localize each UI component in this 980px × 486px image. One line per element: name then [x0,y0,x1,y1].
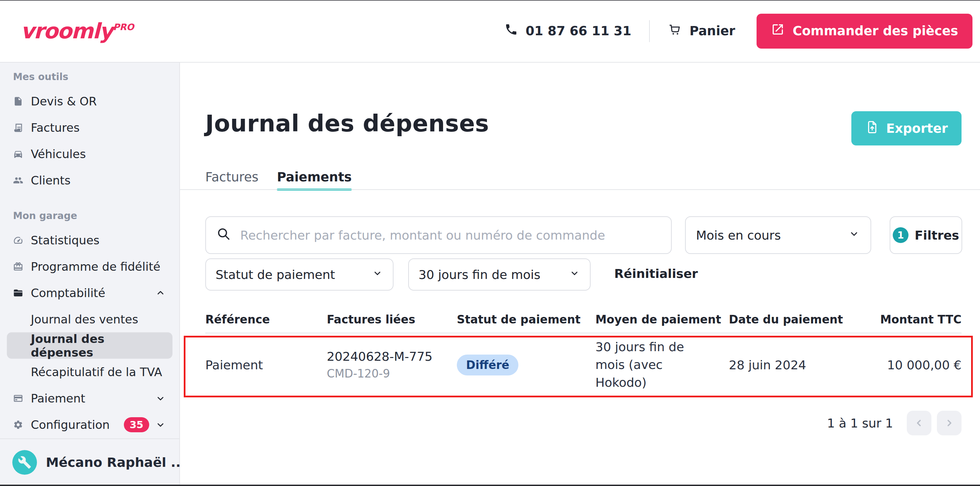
chevron-down-icon [848,228,860,243]
chevron-down-icon [155,419,166,430]
tab-factures[interactable]: Factures [205,169,258,189]
period-select[interactable]: Mois en cours [685,216,871,254]
cart-icon [668,22,682,40]
pagination-summary: 1 à 1 sur 1 [827,416,893,430]
payment-method-select[interactable]: 30 jours fin de mois [408,258,590,291]
table-row[interactable]: Paiement 20240628-M-775 CMD-120-9 Différ… [205,334,961,396]
search-icon [216,226,231,244]
sidebar-item-label: Comptabilité [31,286,105,300]
sidebar-item-label: Véhicules [31,147,86,161]
sidebar-user[interactable]: Mécano Raphaël ... [0,438,179,485]
sidebar: Mes outils Devis & OR Factures Véhicules… [0,63,180,485]
cell-date: 28 juin 2024 [729,358,859,372]
reset-filters-link[interactable]: Réinitialiser [614,267,698,280]
previous-page-button[interactable] [907,411,931,435]
cell-moyen: 30 jours fin de mois (avec Hokodo) [595,338,729,392]
order-parts-label: Commander des pièces [793,24,958,38]
wrench-icon [18,456,32,469]
sidebar-item-journal-des-depenses[interactable]: Journal des dépenses [7,332,172,359]
sidebar-item-label: Configuration [31,418,110,432]
payment-status-value: Statut de paiement [216,268,335,282]
sidebar-item-factures[interactable]: Factures [7,114,172,141]
tabs: Factures Paiements [205,169,352,189]
pagination: 1 à 1 sur 1 [827,411,961,435]
cell-statut: Différé [457,355,595,376]
status-badge: Différé [457,355,519,376]
invoice-reference[interactable]: 20240628-M-775 [327,349,457,363]
phone-contact[interactable]: 01 87 66 11 31 [504,22,631,39]
next-page-button[interactable] [937,411,961,435]
order-parts-button[interactable]: Commander des pièces [757,14,973,49]
gear-icon [13,420,23,430]
sidebar-item-label: Factures [31,121,80,134]
sidebar-item-clients[interactable]: Clients [7,167,172,193]
export-file-icon [865,120,880,137]
tab-paiements[interactable]: Paiements [277,169,352,189]
chevron-up-icon [155,287,166,299]
sidebar-item-label: Statistiques [31,233,100,247]
sidebar-item-label: Journal des dépenses [31,332,166,359]
page-title: Journal des dépenses [205,110,489,137]
user-name: Mécano Raphaël ... [46,455,185,470]
clients-icon [13,175,23,185]
sidebar-item-label: Journal des ventes [31,312,138,326]
sidebar-item-paiement[interactable]: Paiement [7,385,172,411]
window-bottom-edge [0,484,980,486]
sidebar-item-label: Devis & OR [31,94,97,108]
column-header-statut: Statut de paiement [457,313,595,326]
cart-button[interactable]: Panier [668,22,735,40]
vroomly-logo[interactable]: vroomlyPRO [21,19,134,43]
tabs-divider [180,189,980,190]
table-header: Référence Factures liées Statut de paiem… [205,306,961,333]
sidebar-item-comptabilite[interactable]: Comptabilité [7,280,172,306]
chevron-left-icon [913,417,925,429]
sidebar-item-label: Récapitulatif de la TVA [31,365,162,379]
sidebar-item-journal-des-ventes[interactable]: Journal des ventes [7,306,172,332]
gift-icon [13,261,23,272]
period-value: Mois en cours [696,228,781,242]
topbar-divider [649,20,650,42]
filters-label: Filtres [915,228,959,242]
filters-button[interactable]: 1 Filtres [890,216,962,254]
chevron-right-icon [943,417,955,429]
invoice-icon [13,123,23,133]
export-button[interactable]: Exporter [851,111,961,145]
column-header-factures-liees: Factures liées [327,313,457,326]
chevron-down-icon [372,267,383,282]
main-content: Journal des dépenses Exporter Factures P… [180,63,980,485]
export-label: Exporter [886,121,948,136]
folder-icon [13,288,23,298]
sidebar-item-devis-or[interactable]: Devis & OR [7,88,172,114]
sidebar-item-recapitulatif-tva[interactable]: Récapitulatif de la TVA [7,359,172,385]
sidebar-item-fidelite[interactable]: Programme de fidélité [7,253,172,280]
chevron-down-icon [569,267,580,282]
cell-montant: 10 000,00 € [859,358,961,372]
sidebar-item-configuration[interactable]: Configuration 35 [7,411,172,438]
external-link-icon [771,22,784,39]
topbar-actions: 01 87 66 11 31 Panier Commander des pièc… [504,14,972,49]
order-reference: CMD-120-9 [327,367,457,380]
column-header-date: Date du paiement [729,313,859,326]
app-window: vroomlyPRO 01 87 66 11 31 Panier Command… [0,0,980,486]
configuration-count-badge: 35 [124,417,149,432]
document-icon [13,96,23,107]
column-header-reference: Référence [205,313,327,326]
cell-factures-liees: 20240628-M-775 CMD-120-9 [327,349,457,380]
sidebar-section-mon-garage: Mon garage [7,210,172,221]
topbar: vroomlyPRO 01 87 66 11 31 Panier Command… [0,0,980,63]
phone-number: 01 87 66 11 31 [526,24,631,38]
sidebar-item-vehicules[interactable]: Véhicules [7,141,172,167]
window-top-edge [0,0,980,1]
logo-text: vroomly [21,19,112,43]
payment-status-select[interactable]: Statut de paiement [205,258,393,291]
logo-pro-suffix: PRO [113,22,134,32]
sidebar-item-label: Paiement [31,392,85,405]
column-header-montant: Montant TTC [859,313,961,326]
sidebar-section-mes-outils: Mes outils [7,72,172,83]
chevron-down-icon [155,392,166,404]
search-input[interactable] [240,228,661,243]
avatar [12,450,37,475]
sidebar-item-statistiques[interactable]: Statistiques [7,227,172,253]
cell-reference: Paiement [205,358,327,372]
payment-method-value: 30 jours fin de mois [418,268,540,282]
